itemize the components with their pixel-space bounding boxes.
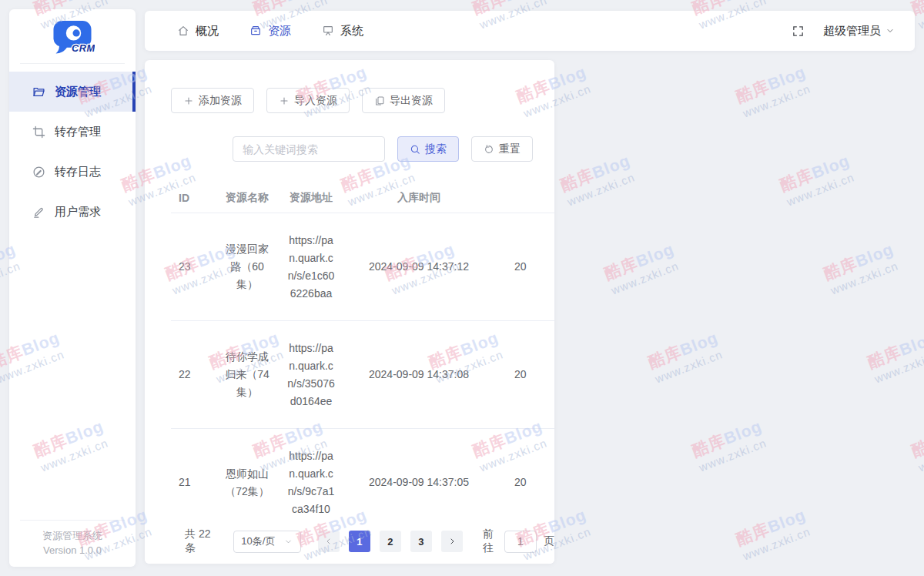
board-icon	[322, 25, 334, 37]
sidebar-footer: 资源管理系统 Version 1.0.0	[20, 520, 125, 558]
search-input[interactable]	[233, 136, 385, 162]
folder-icon	[32, 85, 45, 99]
sidebar-item-resource-management[interactable]: 资源管理	[9, 72, 136, 112]
watermark: 酷库Blogwww.zxki.cn	[733, 62, 813, 120]
import-resource-button[interactable]: 导入资源	[266, 88, 350, 113]
button-label: 重置	[499, 142, 521, 156]
goto-label: 前往	[483, 527, 497, 555]
button-label: 导出资源	[390, 94, 433, 108]
search-icon	[410, 144, 420, 155]
cell-extra: 20	[494, 474, 554, 491]
sidebar: CRM 资源管理 转存管理 转存日志 用户需求	[9, 9, 136, 567]
tab-label: 概况	[196, 24, 219, 39]
sidebar-item-label: 转存日志	[55, 165, 101, 179]
cell-name: 待你学成归来（74集）	[216, 348, 279, 401]
pencil-icon	[32, 206, 45, 219]
chevron-right-icon	[447, 537, 457, 546]
cell-name: 恩师如山（72集）	[216, 465, 279, 501]
sidebar-item-label: 资源管理	[55, 85, 101, 99]
cell-name: 漫漫回家路（60集）	[216, 240, 279, 293]
app-logo: CRM	[9, 9, 136, 57]
tab-label: 资源	[268, 24, 291, 39]
tab-system[interactable]: 系统	[322, 24, 363, 39]
divider	[20, 63, 125, 64]
export-resource-button[interactable]: 导出资源	[362, 88, 445, 113]
copy-document-icon	[374, 95, 385, 106]
column-header-id: ID	[171, 192, 216, 204]
watermark: 酷库Blogwww.zxki.cn	[821, 239, 901, 297]
column-header-time: 入库时间	[343, 191, 494, 205]
cell-url: https://pan.quark.cn/s/9c7a1ca34f10	[279, 447, 343, 518]
page-button-2[interactable]: 2	[380, 531, 401, 552]
table-row: 23 漫漫回家路（60集） https://pan.quark.cn/s/e1c…	[171, 213, 554, 321]
page-size-select[interactable]: 10条/页	[233, 531, 301, 553]
pagination: 共 22 条 10条/页 1 2 3 前往 页	[145, 519, 554, 564]
cell-id: 23	[171, 258, 216, 276]
crm-logo-icon: CRM	[50, 19, 95, 55]
sidebar-menu: 资源管理 转存管理 转存日志 用户需求	[9, 72, 136, 232]
home-icon	[177, 25, 189, 37]
add-resource-button[interactable]: 添加资源	[171, 88, 254, 113]
column-header-url: 资源地址	[279, 191, 343, 205]
tab-overview[interactable]: 概况	[177, 24, 219, 39]
topbar: 概况 资源 系统 超级管理员	[145, 11, 915, 51]
watermark: 酷库Blogwww.zxki.cn	[557, 150, 638, 209]
pagination-goto: 前往 页	[483, 527, 554, 555]
sidebar-item-transfer-management[interactable]: 转存管理	[9, 112, 136, 152]
main-content: 添加资源 导入资源 导出资源 搜索 重置 ID 资源名称	[145, 60, 554, 564]
cell-extra: 20	[494, 366, 554, 383]
app-name: 资源管理系统	[20, 528, 125, 543]
crop-icon	[32, 126, 45, 139]
prev-page-button[interactable]	[318, 531, 340, 552]
topbar-right: 超级管理员	[792, 24, 895, 39]
plus-icon	[279, 95, 290, 106]
sidebar-item-label: 用户需求	[55, 205, 101, 219]
user-name: 超级管理员	[823, 24, 881, 39]
box-icon	[249, 25, 262, 37]
button-label: 导入资源	[294, 94, 337, 108]
watermark: 酷库Blogwww.zxki.cn	[733, 504, 813, 563]
cell-url: https://pan.quark.cn/s/e1c606226baa	[279, 232, 343, 303]
table-body: 23 漫漫回家路（60集） https://pan.quark.cn/s/e1c…	[171, 213, 554, 519]
cell-id: 22	[171, 366, 216, 383]
sidebar-item-label: 转存管理	[55, 125, 101, 139]
chevron-down-icon	[284, 537, 293, 546]
log-icon	[32, 166, 45, 179]
page-button-3[interactable]: 3	[410, 531, 432, 552]
app-version: Version 1.0.0	[20, 543, 125, 558]
tab-resources[interactable]: 资源	[249, 24, 291, 39]
column-header-name: 资源名称	[216, 191, 279, 205]
cell-time: 2024-09-09 14:37:08	[343, 366, 494, 383]
watermark: 酷库Blogwww.zxki.cn	[601, 239, 681, 297]
refresh-icon	[484, 144, 494, 155]
search-button[interactable]: 搜索	[397, 136, 459, 162]
watermark: 酷库Blogwww.zxki.cn	[909, 416, 924, 474]
cell-time: 2024-09-09 14:37:12	[343, 258, 494, 276]
watermark: 酷库Blogwww.zxki.cn	[689, 416, 769, 474]
chevron-down-icon	[886, 26, 895, 35]
user-menu[interactable]: 超级管理员	[823, 24, 895, 39]
fullscreen-icon[interactable]	[792, 25, 805, 38]
sidebar-item-transfer-log[interactable]: 转存日志	[9, 152, 136, 192]
watermark: 酷库Blogwww.zxki.cn	[865, 327, 924, 386]
next-page-button[interactable]	[441, 531, 463, 552]
search-row: 搜索 重置	[233, 136, 528, 162]
toolbar: 添加资源 导入资源 导出资源	[171, 88, 528, 113]
tab-label: 系统	[340, 24, 363, 39]
pagination-total: 共 22 条	[185, 527, 221, 555]
cell-url: https://pan.quark.cn/s/35076d0164ee	[279, 340, 343, 410]
svg-text:CRM: CRM	[72, 42, 95, 53]
watermark: 酷库Blogwww.zxki.cn	[777, 150, 857, 209]
cell-extra: 20	[494, 258, 554, 276]
goto-page-input[interactable]	[504, 531, 537, 553]
button-label: 搜索	[425, 142, 447, 156]
sidebar-item-user-demand[interactable]: 用户需求	[9, 192, 136, 232]
chevron-left-icon	[324, 537, 333, 546]
page-button-1[interactable]: 1	[349, 531, 370, 552]
cell-time: 2024-09-09 14:37:05	[343, 474, 494, 491]
table-row: 21 恩师如山（72集） https://pan.quark.cn/s/9c7a…	[171, 429, 554, 519]
plus-icon	[183, 95, 194, 106]
reset-button[interactable]: 重置	[471, 136, 533, 162]
page-size-value: 10条/页	[241, 534, 275, 548]
goto-suffix: 页	[544, 534, 554, 548]
